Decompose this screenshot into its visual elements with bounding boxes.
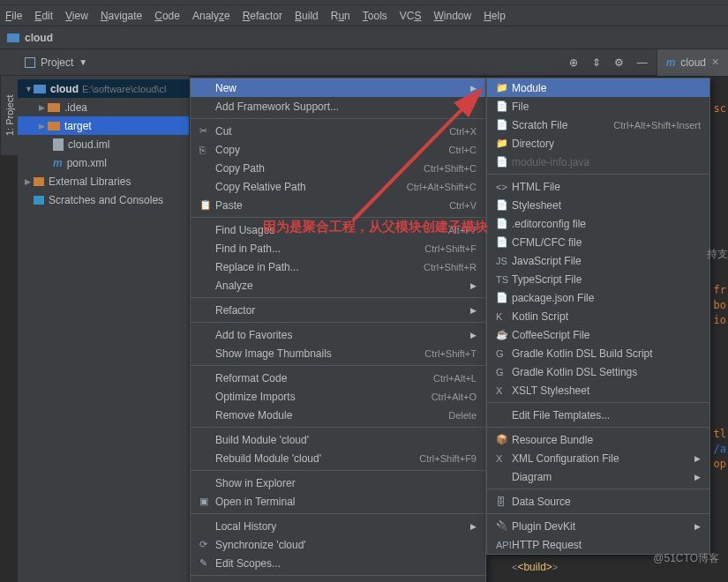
menu-file[interactable]: File <box>5 10 22 22</box>
new-plugin-devkit[interactable]: 🔌Plugin DevKit▶ <box>487 517 709 535</box>
ctx-show-image-thumbnails[interactable]: Show Image ThumbnailsCtrl+Shift+T <box>191 344 485 362</box>
new-submenu: 📁Module📄File📄Scratch FileCtrl+Alt+Shift+… <box>486 78 710 555</box>
project-panel-header: Project ▼ ⊕ ⇕ ⚙ — m cloud ✕ <box>0 49 728 76</box>
annotation-arrow <box>344 79 494 229</box>
project-view-selector[interactable]: Project ▼ <box>0 56 96 69</box>
new-gradle-kotlin-dsl-build-script[interactable]: GGradle Kotlin DSL Build Script <box>487 344 709 362</box>
collapse-icon[interactable]: ⇕ <box>588 54 605 71</box>
menu-icon: API <box>496 540 512 550</box>
new-typescript-file[interactable]: TSTypeScript File <box>487 270 709 288</box>
new-coffeescript-file[interactable]: ☕CoffeeScript File <box>487 325 709 344</box>
locate-icon[interactable]: ⊕ <box>565 54 582 71</box>
ctx-refactor[interactable]: Refactor▶ <box>191 301 485 319</box>
chevron-right-icon: ▶ <box>694 473 701 481</box>
new-gradle-kotlin-dsl-settings[interactable]: GGradle Kotlin DSL Settings <box>487 362 709 381</box>
ctx-optimize-imports[interactable]: Optimize ImportsCtrl+Alt+O <box>191 387 485 406</box>
menu-icon: 📄 <box>496 101 512 112</box>
chevron-right-icon: ▶ <box>470 281 477 290</box>
new-kotlin-script[interactable]: KKotlin Script <box>487 307 709 325</box>
new-resource-bundle[interactable]: 📦Resource Bundle <box>487 430 709 449</box>
menu-tools[interactable]: Tools <box>363 10 387 22</box>
menu-icon: 📋 <box>199 199 215 211</box>
chevron-down-icon: ▼ <box>79 57 87 67</box>
chevron-right-icon: ▶ <box>470 522 477 531</box>
ctx-synchronize-cloud-[interactable]: ⟳Synchronize 'cloud' <box>191 535 485 554</box>
new-diagram[interactable]: Diagram▶ <box>487 467 709 486</box>
watermark: @51CTO博客 <box>653 551 719 566</box>
new-data-source[interactable]: 🗄Data Source <box>487 492 709 511</box>
ctx-rebuild-module-cloud-[interactable]: Rebuild Module 'cloud'Ctrl+Shift+F9 <box>191 449 485 467</box>
new-scratch-file[interactable]: 📄Scratch FileCtrl+Alt+Shift+Insert <box>487 116 709 134</box>
new-package-json-file[interactable]: 📄package.json File <box>487 288 709 307</box>
menu-refactor[interactable]: Refactor <box>243 10 282 22</box>
annotation-text: 因为是聚合工程，从父模块创建子模块 <box>263 219 488 235</box>
minimize-icon[interactable]: — <box>634 54 651 71</box>
menu-view[interactable]: View <box>65 10 88 22</box>
tree-item-idea[interactable]: ▶ .idea <box>18 98 189 116</box>
ctx-add-to-favorites[interactable]: Add to Favorites▶ <box>191 325 485 344</box>
tree-root[interactable]: ▼ cloud E:\software\cloud\cl <box>18 79 189 98</box>
settings-icon[interactable]: ⚙ <box>611 54 628 71</box>
new--editorconfig-file[interactable]: 📄.editorconfig file <box>487 214 709 233</box>
tree-scratches[interactable]: ▶ Scratches and Consoles <box>18 190 189 209</box>
menu-window[interactable]: Window <box>433 10 471 22</box>
folder-icon <box>7 34 19 42</box>
folder-icon <box>48 122 60 131</box>
ctx-open-in-terminal[interactable]: ▣Open in Terminal <box>191 492 485 511</box>
ctx-analyze[interactable]: Analyze▶ <box>191 276 485 295</box>
menu-vcs[interactable]: VCS <box>400 10 422 22</box>
new-html-file[interactable]: <>HTML File <box>487 177 709 196</box>
editor-tab-cloud[interactable]: m cloud ✕ <box>657 49 728 76</box>
menu-icon: 🔌 <box>496 520 512 532</box>
tree-external-libraries[interactable]: ▶ External Libraries <box>18 172 189 190</box>
ctx-build-module-cloud-[interactable]: Build Module 'cloud' <box>191 430 485 449</box>
new-module-info-java[interactable]: 📄module-info.java <box>487 153 709 171</box>
project-label: Project <box>41 56 73 69</box>
menu-navigate[interactable]: Navigate <box>101 10 142 22</box>
ctx-remove-module[interactable]: Remove ModuleDelete <box>191 406 485 424</box>
menu-bar: File Edit View Navigate Code Analyze Ref… <box>0 5 728 26</box>
breadcrumb-cloud[interactable]: cloud <box>25 32 53 44</box>
menu-icon: 📄 <box>496 156 512 168</box>
ctx-show-in-explorer[interactable]: Show in Explorer <box>191 474 485 492</box>
ctx-reformat-code[interactable]: Reformat CodeCtrl+Alt+L <box>191 369 485 387</box>
menu-icon: ✎ <box>199 557 215 569</box>
chevron-right-icon: ▶ <box>470 306 477 315</box>
editor-code-hint: <<build>> <box>512 561 558 573</box>
new-stylesheet[interactable]: 📄Stylesheet <box>487 196 709 214</box>
chevron-right-icon: ▶ <box>694 522 701 531</box>
tree-item-cloud-iml[interactable]: cloud.iml <box>18 135 189 153</box>
close-icon[interactable]: ✕ <box>711 56 719 68</box>
menu-icon: G <box>496 348 512 359</box>
menu-icon: ✂ <box>199 125 215 137</box>
ctx-local-history[interactable]: Local History▶ <box>191 517 485 535</box>
menu-analyze[interactable]: Analyze <box>192 10 230 22</box>
new-cfml-cfc-file[interactable]: 📄CFML/CFC file <box>487 233 709 251</box>
ctx-find-in-path-[interactable]: Find in Path...Ctrl+Shift+F <box>191 239 485 257</box>
menu-build[interactable]: Build <box>295 10 319 22</box>
scratch-icon <box>34 196 44 205</box>
menu-help[interactable]: Help <box>484 10 506 22</box>
menu-icon: 🗄 <box>496 496 512 507</box>
new-directory[interactable]: 📁Directory <box>487 134 709 153</box>
menu-icon: 📄 <box>496 218 512 229</box>
ctx-edit-scopes-[interactable]: ✎Edit Scopes... <box>191 554 485 572</box>
tree-item-target[interactable]: ▶ target <box>18 116 189 135</box>
new-xslt-stylesheet[interactable]: XXSLT Stylesheet <box>487 381 709 399</box>
sidebar-tab-project[interactable]: 1: Project <box>0 76 18 155</box>
menu-icon: X <box>496 453 512 464</box>
new-javascript-file[interactable]: JSJavaScript File <box>487 251 709 270</box>
ctx-directory-path[interactable]: Directory PathCtrl+Alt+F12 <box>191 578 485 582</box>
menu-icon: 📁 <box>496 82 512 93</box>
menu-edit[interactable]: Edit <box>34 10 53 22</box>
menu-code[interactable]: Code <box>154 10 180 22</box>
menu-run[interactable]: Run <box>331 10 350 22</box>
ctx-replace-in-path-[interactable]: Replace in Path...Ctrl+Shift+R <box>191 257 485 276</box>
menu-icon: <> <box>496 182 512 192</box>
new-module[interactable]: 📁Module <box>487 78 709 97</box>
new-xml-configuration-file[interactable]: XXML Configuration File▶ <box>487 449 709 467</box>
new-edit-file-templates-[interactable]: Edit File Templates... <box>487 406 709 424</box>
new-file[interactable]: 📄File <box>487 97 709 116</box>
tree-item-pom[interactable]: m pom.xml <box>18 153 189 172</box>
menu-icon: JS <box>496 256 512 266</box>
